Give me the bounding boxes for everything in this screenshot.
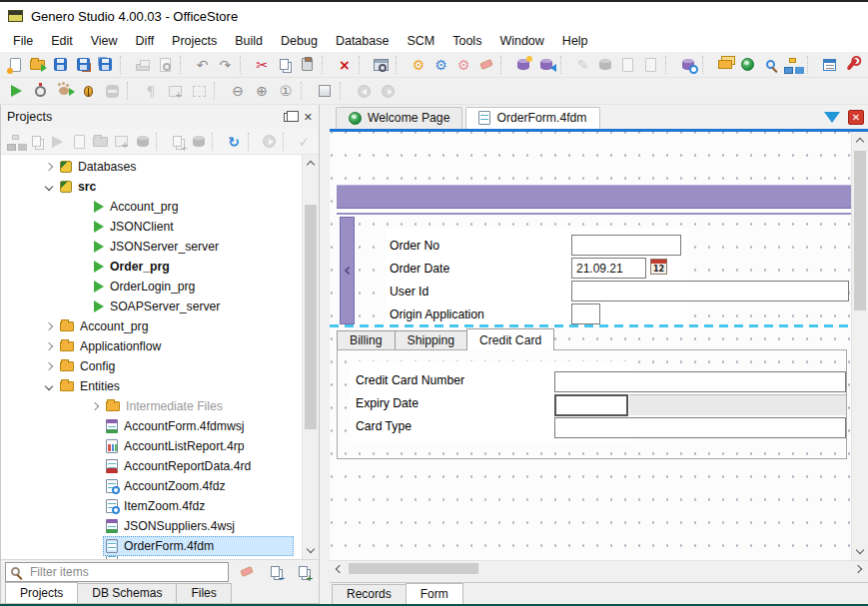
tree-item-soapserver-server[interactable]: SOAPServer_server xyxy=(1,297,302,316)
filter-items-input[interactable] xyxy=(5,562,229,582)
menu-build[interactable]: Build xyxy=(226,31,272,51)
tree-expander-icon[interactable] xyxy=(87,403,103,409)
clean-button[interactable] xyxy=(475,54,498,76)
refresh-project-button[interactable]: ↻ xyxy=(224,131,245,153)
search-button[interactable] xyxy=(759,54,782,76)
menu-scm[interactable]: SCM xyxy=(398,31,443,51)
tree-item-orderform-4fdm[interactable]: OrderForm.4fdm xyxy=(1,536,302,556)
tab-orderform-4fdm[interactable]: OrderForm.4fdm xyxy=(465,107,599,129)
zoom-reset-button[interactable]: ① xyxy=(274,80,298,102)
scroll-up-button[interactable] xyxy=(303,155,319,172)
menu-database[interactable]: Database xyxy=(327,31,399,51)
scroll-track[interactable] xyxy=(852,149,868,543)
form-tab-billing[interactable]: Billing xyxy=(337,330,396,350)
tab-list-dropdown-icon[interactable] xyxy=(824,112,840,123)
scroll-up-button[interactable] xyxy=(852,132,868,149)
panel-splitter[interactable] xyxy=(320,105,330,604)
menu-file[interactable]: File xyxy=(4,31,42,51)
delete-button[interactable]: × xyxy=(333,54,356,76)
panel-tab-files[interactable]: Files xyxy=(176,583,231,603)
debug-button[interactable] xyxy=(76,80,100,102)
file-browser-button[interactable] xyxy=(714,54,737,76)
projects-tree-scrollbar[interactable] xyxy=(302,155,319,559)
close-panel-button[interactable]: ✕ xyxy=(304,111,313,124)
menu-view[interactable]: View xyxy=(82,31,127,51)
expiry-date-field[interactable] xyxy=(554,394,628,416)
save-all-button[interactable] xyxy=(94,54,117,76)
tree-item-jsonclient[interactable]: JSONClient xyxy=(1,217,302,237)
tools-options-button[interactable] xyxy=(841,54,864,76)
undo-button[interactable]: ↶ xyxy=(191,54,214,76)
scroll-down-button[interactable] xyxy=(303,542,319,559)
form-side-panel[interactable] xyxy=(340,217,355,324)
new-database-schema-button[interactable] xyxy=(512,54,535,76)
tree-expander-icon[interactable] xyxy=(41,343,57,349)
editor-tab-records[interactable]: Records xyxy=(332,584,407,604)
database-browser-button[interactable] xyxy=(676,54,699,76)
welcome-home-button[interactable] xyxy=(736,54,759,76)
build-all-button[interactable]: ⚙ xyxy=(430,54,452,76)
tree-expander-icon[interactable] xyxy=(41,164,57,170)
zoom-out-button[interactable]: ⊖ xyxy=(226,80,250,102)
tree-item-config[interactable]: Config xyxy=(1,356,302,376)
tree-item-order-prg[interactable]: Order_prg xyxy=(1,257,302,277)
clear-filter-button[interactable] xyxy=(235,561,259,583)
task-list-button[interactable] xyxy=(819,54,842,76)
tree-item-orderlogin-prg[interactable]: OrderLogin_prg xyxy=(1,277,302,297)
save-as-button[interactable] xyxy=(72,54,95,76)
copy-button[interactable] xyxy=(274,54,297,76)
menu-diff[interactable]: Diff xyxy=(127,31,164,51)
run-with-timer-button[interactable] xyxy=(28,80,52,102)
scroll-thumb[interactable] xyxy=(854,151,866,310)
tree-expander-icon[interactable] xyxy=(41,363,57,369)
form-tab-shipping[interactable]: Shipping xyxy=(395,330,467,350)
panel-tab-db-schemas[interactable]: DB Schemas xyxy=(77,583,177,603)
build-button[interactable]: ⚙ xyxy=(408,54,431,76)
scroll-track[interactable] xyxy=(347,561,851,576)
gui-preview-button[interactable] xyxy=(371,54,394,76)
code-structure-button[interactable] xyxy=(781,54,804,76)
editor-horizontal-scrollbar[interactable] xyxy=(330,560,868,576)
card-type-field[interactable] xyxy=(554,417,846,438)
menu-help[interactable]: Help xyxy=(553,31,597,51)
tree-item-itemzoom-4fdz[interactable]: ItemZoom.4fdz xyxy=(1,496,302,516)
zoom-in-button[interactable]: ⊕ xyxy=(250,80,274,102)
tree-item-databases[interactable]: Databases xyxy=(1,157,302,177)
tree-item-account-prg[interactable]: Account_prg xyxy=(1,197,302,217)
editor-tab-form[interactable]: Form xyxy=(406,583,463,604)
tree-item-accountzoom-4fdz[interactable]: AccountZoom.4fdz xyxy=(1,476,302,496)
form-toolbar-band[interactable] xyxy=(337,185,851,209)
menu-window[interactable]: Window xyxy=(490,31,552,51)
scroll-left-button[interactable] xyxy=(330,561,347,577)
scroll-thumb[interactable] xyxy=(349,563,478,574)
cut-button[interactable]: ✂ xyxy=(251,54,274,76)
scroll-down-button[interactable] xyxy=(852,543,868,560)
menu-tools[interactable]: Tools xyxy=(443,31,490,51)
tree-item-intermediate-files[interactable]: Intermediate Files xyxy=(1,396,302,416)
tree-item-accountlistreport-4rp[interactable]: AccountListReport.4rp xyxy=(1,436,302,456)
open-file-button[interactable] xyxy=(27,54,50,76)
tree-expander-icon[interactable] xyxy=(41,323,57,329)
shape-rectangle-button[interactable] xyxy=(313,80,337,102)
scroll-right-button[interactable] xyxy=(851,561,868,577)
user-id-field[interactable] xyxy=(571,281,849,302)
tree-item-entities[interactable]: Entities xyxy=(1,376,302,396)
redo-button[interactable]: ↷ xyxy=(214,54,237,76)
float-panel-button[interactable] xyxy=(284,113,294,122)
scroll-thumb[interactable] xyxy=(305,205,317,429)
new-file-button[interactable] xyxy=(4,54,27,76)
tree-item-src[interactable]: src xyxy=(1,177,302,197)
tree-item-accountreportdata-4rd[interactable]: AccountReportData.4rd xyxy=(1,456,302,476)
origin-application-field[interactable] xyxy=(571,303,600,324)
import-database-schema-button[interactable] xyxy=(534,54,557,76)
tree-item-jsonserver-server[interactable]: JSONServer_server xyxy=(1,237,302,257)
close-document-button[interactable]: ✕ xyxy=(848,110,864,125)
tree-expander-icon[interactable] xyxy=(41,383,57,389)
editor-vertical-scrollbar[interactable] xyxy=(851,132,868,560)
form-designer-canvas[interactable]: Order No Order Date User Id Origin Appli… xyxy=(330,132,851,560)
expand-all-button[interactable] xyxy=(291,561,315,583)
credit-card-number-field[interactable] xyxy=(554,371,846,392)
tree-expander-icon[interactable] xyxy=(41,184,57,190)
order-no-field[interactable] xyxy=(571,235,681,256)
paste-button[interactable] xyxy=(296,54,319,76)
